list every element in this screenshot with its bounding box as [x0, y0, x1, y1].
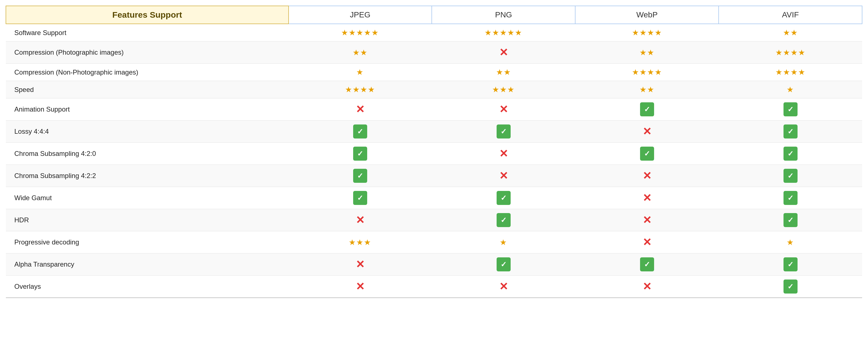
check-icon: ✓ [353, 147, 367, 161]
value-cell: ★★★ [432, 81, 575, 98]
star-rating: ★★★ [492, 85, 515, 94]
table-row: Overlays✕✕✕✓ [6, 276, 862, 298]
star-rating: ★★ [496, 68, 511, 76]
check-icon: ✓ [783, 257, 798, 271]
feature-name: Alpha Transparency [6, 253, 288, 276]
check-icon: ✓ [640, 147, 654, 161]
table-title: Features Support [6, 6, 288, 24]
value-cell: ✕ [575, 187, 719, 209]
value-cell: ✓ [288, 143, 432, 165]
star-rating: ★★ [352, 48, 368, 57]
table-row: Lossy 4:4:4✓✓✕✓ [6, 120, 862, 143]
table-wrapper: Features Support JPEGPNGWebPAVIF Softwar… [0, 0, 868, 351]
value-cell: ★ [288, 64, 432, 81]
cross-icon: ✕ [353, 102, 367, 116]
value-cell: ✕ [288, 253, 432, 276]
value-cell: ✕ [288, 276, 432, 298]
feature-name: Overlays [6, 276, 288, 298]
cross-icon: ✕ [353, 280, 367, 293]
value-cell: ✓ [288, 165, 432, 187]
check-icon: ✓ [353, 169, 367, 183]
star-rating: ★ [786, 238, 794, 247]
table-row: Chroma Subsampling 4:2:0✓✕✓✓ [6, 143, 862, 165]
star-rating: ★★★★ [632, 68, 662, 76]
star-rating: ★★★★ [632, 28, 662, 37]
star-rating: ★★ [783, 28, 798, 37]
check-icon: ✓ [783, 102, 798, 116]
cross-icon: ✕ [353, 213, 367, 227]
value-cell: ✕ [432, 276, 575, 298]
format-header-png: PNG [432, 6, 575, 24]
cross-icon: ✕ [640, 125, 654, 139]
value-cell: ✓ [288, 120, 432, 143]
check-icon: ✓ [497, 125, 510, 139]
value-cell: ★★ [432, 64, 575, 81]
value-cell: ★★★★ [288, 81, 432, 98]
format-header-jpeg: JPEG [288, 6, 432, 24]
value-cell: ✓ [575, 98, 719, 120]
star-rating: ★★★★★ [341, 28, 379, 37]
value-cell: ✕ [575, 120, 719, 143]
value-cell: ✕ [432, 165, 575, 187]
check-icon: ✓ [640, 257, 654, 271]
star-rating: ★ [786, 85, 794, 94]
value-cell: ✕ [575, 276, 719, 298]
value-cell: ★★★★★ [432, 24, 575, 41]
feature-name: Compression (Photographic images) [6, 41, 288, 64]
value-cell: ✕ [288, 98, 432, 120]
value-cell: ★★★★★ [288, 24, 432, 41]
cross-icon: ✕ [497, 280, 510, 293]
star-rating: ★★★★ [345, 85, 375, 94]
cross-icon: ✕ [497, 102, 510, 116]
value-cell: ✕ [575, 231, 719, 253]
value-cell: ✓ [288, 187, 432, 209]
cross-icon: ✕ [497, 169, 510, 183]
cross-icon: ✕ [497, 45, 510, 60]
value-cell: ✓ [432, 187, 575, 209]
value-cell: ✓ [719, 120, 862, 143]
star-rating: ★★★★ [775, 48, 806, 57]
value-cell: ★★ [288, 41, 432, 64]
feature-name: HDR [6, 209, 288, 231]
value-cell: ✓ [719, 165, 862, 187]
table-row: Alpha Transparency✕✓✓✓ [6, 253, 862, 276]
value-cell: ✕ [432, 98, 575, 120]
value-cell: ✕ [288, 209, 432, 231]
table-row: Chroma Subsampling 4:2:2✓✕✕✓ [6, 165, 862, 187]
value-cell: ✓ [432, 209, 575, 231]
check-icon: ✓ [783, 191, 798, 205]
value-cell: ✕ [432, 41, 575, 64]
value-cell: ★★ [719, 24, 862, 41]
check-icon: ✓ [783, 213, 798, 227]
table-row: Animation Support✕✕✓✓ [6, 98, 862, 120]
value-cell: ★ [719, 81, 862, 98]
value-cell: ✓ [432, 120, 575, 143]
check-icon: ✓ [497, 191, 510, 205]
value-cell: ✕ [575, 165, 719, 187]
value-cell: ★★★ [288, 231, 432, 253]
star-rating: ★★ [640, 85, 655, 94]
cross-icon: ✕ [497, 147, 510, 161]
table-row: Software Support★★★★★★★★★★★★★★★★ [6, 24, 862, 41]
cross-icon: ✕ [353, 257, 367, 271]
check-icon: ✓ [783, 169, 798, 183]
cross-icon: ✕ [640, 235, 654, 249]
table-row: Progressive decoding★★★★✕★ [6, 231, 862, 253]
format-header-avif: AVIF [719, 6, 862, 24]
table-row: HDR✕✓✕✓ [6, 209, 862, 231]
check-icon: ✓ [640, 102, 654, 116]
format-header-webp: WebP [575, 6, 719, 24]
feature-name: Software Support [6, 24, 288, 41]
feature-name: Compression (Non-Photographic images) [6, 64, 288, 81]
check-icon: ✓ [783, 280, 798, 293]
check-icon: ✓ [353, 125, 367, 139]
feature-name: Progressive decoding [6, 231, 288, 253]
value-cell: ★ [432, 231, 575, 253]
value-cell: ✕ [575, 209, 719, 231]
star-rating: ★★★ [349, 238, 371, 247]
cross-icon: ✕ [640, 280, 654, 293]
star-rating: ★★★★★ [485, 28, 522, 37]
feature-name: Chroma Subsampling 4:2:2 [6, 165, 288, 187]
star-rating: ★★★★ [775, 68, 806, 76]
check-icon: ✓ [497, 213, 510, 227]
